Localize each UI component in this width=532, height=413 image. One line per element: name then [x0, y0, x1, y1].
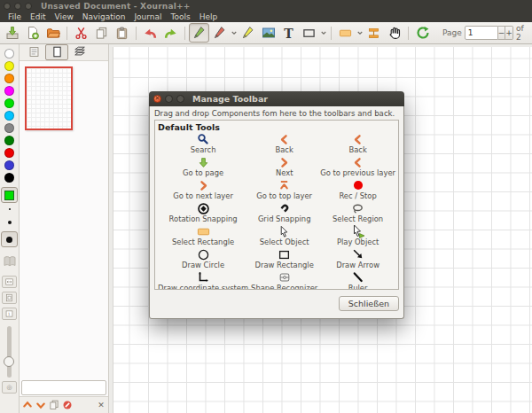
size-dot-button[interactable] [8, 221, 12, 224]
copy-page-button[interactable] [48, 399, 60, 411]
page-up-button[interactable] [21, 399, 34, 411]
delete-page-button[interactable] [61, 399, 74, 411]
menu-journal[interactable]: Journal [129, 12, 166, 21]
toolbar-component-rec-stop[interactable]: Rec / Stop [320, 179, 395, 202]
color-swatch[interactable] [4, 148, 14, 158]
pen-button[interactable] [189, 23, 209, 43]
size-medium-button[interactable] [1, 231, 18, 247]
dialog-description: Drag and drop Components fom here to the… [154, 109, 399, 119]
sidebar-close-icon[interactable]: ✕ [96, 401, 106, 409]
select-rectangle-dropdown-icon[interactable] [356, 24, 364, 42]
zoom-fit-page-button[interactable] [2, 292, 17, 304]
dialog-footer: Schließen [154, 290, 399, 315]
current-color-button[interactable] [1, 187, 18, 203]
dialog-titlebar[interactable]: ✕ Manage Toolbar [149, 91, 404, 106]
zoom-slider[interactable] [7, 326, 12, 378]
page-decrement-button[interactable]: − [498, 26, 506, 40]
toolbar-component-next[interactable]: Next [248, 156, 320, 179]
toolbar-component-select-rectangle[interactable]: Select Rectangle [158, 225, 248, 248]
color-swatch[interactable] [4, 98, 14, 108]
menu-help[interactable]: Help [195, 12, 223, 21]
highlighter-button[interactable] [238, 23, 258, 43]
menu-navigation[interactable]: Navigation [78, 12, 130, 21]
toolbar-component-draw-circle[interactable]: Draw Circle [158, 248, 248, 271]
toolbar-component-select-object[interactable]: Select Object [248, 225, 320, 248]
window-close-icon[interactable] [4, 3, 11, 10]
size-dot-button[interactable] [9, 208, 11, 210]
close-dialog-button[interactable]: Schließen [339, 296, 399, 311]
window-minimize-icon[interactable] [14, 3, 21, 10]
next-layer-icon [198, 179, 209, 191]
redo-button[interactable] [160, 23, 181, 43]
color-swatch[interactable] [4, 123, 14, 133]
page-down-button[interactable] [35, 399, 47, 411]
page-thumbnail[interactable] [25, 66, 73, 130]
page-preview-tab[interactable] [45, 44, 68, 60]
image-button[interactable] [258, 23, 278, 43]
vertical-space-button[interactable] [364, 23, 384, 43]
paste-button[interactable] [112, 23, 132, 43]
color-swatch[interactable] [4, 86, 14, 96]
zoom-original-button[interactable]: 1 [2, 308, 17, 320]
eraser-dropdown-icon[interactable] [230, 24, 238, 42]
select-rectangle-button[interactable] [335, 23, 356, 43]
component-label: Select Rectangle [172, 238, 234, 247]
cut-button[interactable] [71, 23, 91, 43]
color-swatch[interactable] [4, 49, 14, 58]
menu-view[interactable]: View [51, 12, 78, 21]
shape-button[interactable] [299, 23, 319, 43]
dialog-minimize-icon[interactable] [165, 95, 173, 103]
toolbar-component-ruler[interactable]: Ruler [320, 271, 395, 290]
page-number-input[interactable] [465, 26, 498, 40]
toolbar-component-previous-layer[interactable]: Go to previous layer [320, 156, 395, 179]
window-maximize-icon[interactable] [25, 3, 32, 10]
toolbar-component-coordinate-system[interactable]: Draw coordinate system [158, 271, 248, 290]
zoom-fit-width-button[interactable] [2, 276, 17, 288]
color-swatch[interactable] [4, 111, 14, 121]
coordinate-system-icon [197, 271, 209, 284]
page-increment-button[interactable]: + [505, 26, 513, 40]
refresh-button[interactable] [412, 23, 433, 43]
shape-dropdown-icon[interactable] [319, 24, 327, 42]
color-swatch[interactable] [4, 136, 14, 145]
page-up-icon [22, 397, 33, 413]
color-swatch[interactable] [4, 160, 14, 170]
eraser-button[interactable] [209, 23, 230, 43]
toolbar-component-draw-rectangle[interactable]: Draw Rectangle [248, 248, 320, 271]
toolbar-component-back[interactable]: Back [320, 133, 395, 156]
zoom-slider-handle[interactable] [4, 356, 14, 367]
next-icon [278, 156, 290, 168]
toolbar-component-next-layer[interactable]: Go to next layer [158, 179, 248, 202]
zoom-out-button[interactable]: ◎ [2, 381, 17, 394]
toolbar-component-top-layer[interactable]: Go to top layer [248, 179, 320, 202]
sidebar-entry[interactable] [21, 380, 106, 395]
rotation-snapping-icon [197, 202, 210, 214]
toolbar-component-shape-recognizer[interactable]: Shape Recognizer [248, 271, 320, 290]
dialog-maximize-icon[interactable] [176, 95, 184, 103]
menu-tools[interactable]: Tools [167, 12, 195, 21]
copy-button[interactable] [91, 23, 112, 43]
toolbar-component-draw-arrow[interactable]: Draw Arrow [320, 248, 395, 271]
hand-button[interactable] [384, 23, 404, 43]
undo-button[interactable] [140, 23, 160, 43]
color-swatch[interactable] [4, 173, 14, 183]
text-button[interactable]: T [278, 23, 299, 43]
toolbar-component-goto-page-down[interactable]: Go to page [158, 156, 248, 179]
layers-tab[interactable] [68, 44, 91, 60]
toolbar-component-play-object[interactable]: Play Object [320, 225, 395, 248]
toolbar-component-back[interactable]: Back [248, 133, 320, 156]
toolbar-component-rotation-snapping[interactable]: Rotation Snapping [158, 202, 248, 225]
toolbar-component-select-region[interactable]: Select Region [320, 202, 395, 225]
color-swatch[interactable] [4, 61, 14, 71]
contents-tab[interactable] [22, 44, 45, 60]
open-button[interactable] [43, 23, 63, 43]
toolbar-component-search[interactable]: Search [158, 133, 248, 156]
color-swatch[interactable] [4, 74, 14, 83]
new-document-button[interactable] [22, 23, 43, 43]
toolbar-component-grid-snapping[interactable]: Grid Snapping [248, 202, 320, 225]
grid-snapping-icon [278, 202, 291, 214]
menu-file[interactable]: File [4, 12, 26, 21]
menu-edit[interactable]: Edit [26, 12, 50, 21]
dialog-close-icon[interactable]: ✕ [153, 95, 161, 103]
save-button[interactable] [2, 23, 22, 43]
